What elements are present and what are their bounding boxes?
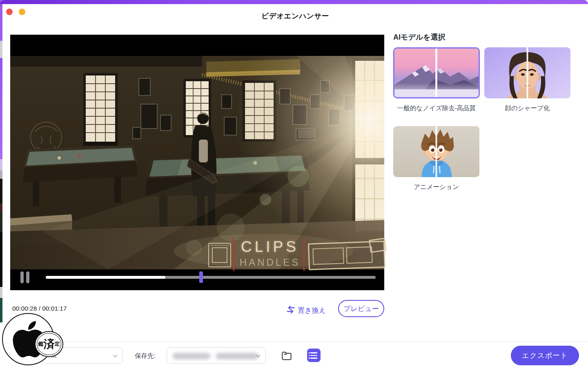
pause-button[interactable]	[20, 271, 30, 283]
resolution-dropdown[interactable]: 4k	[43, 347, 123, 364]
chevron-down-icon	[255, 353, 261, 361]
progress-bar-played	[46, 276, 165, 279]
video-preview[interactable]: CLIPS HANDLES	[10, 35, 384, 290]
chevron-down-icon	[112, 353, 118, 361]
ai-model-header: AIモデルを選択	[393, 32, 445, 42]
folder-icon	[281, 349, 293, 362]
model-label-denoise: 一般的なノイズ除去-高品質	[393, 104, 480, 113]
export-button[interactable]: エクスポート	[511, 346, 579, 365]
blurred-path-segment	[173, 353, 210, 359]
open-folder-button[interactable]	[281, 349, 293, 362]
progress-bar[interactable]	[46, 276, 376, 279]
model-label-animation: アニメーション	[393, 183, 479, 191]
replace-button[interactable]: 置き換え	[298, 306, 326, 315]
main-window: ビデオエンハンサー	[2, 4, 588, 371]
window-title: ビデオエンハンサー	[2, 11, 588, 21]
resolution-value: 4k	[49, 352, 56, 359]
task-list-button[interactable]	[307, 349, 321, 362]
model-card-denoise[interactable]	[393, 47, 480, 98]
app-window: ビデオエンハンサー	[0, 0, 588, 371]
footer-divider	[2, 341, 588, 342]
time-display: 00:00:28 / 00:01:17	[12, 305, 67, 312]
video-frame-pool-hall: CLIPS HANDLES	[10, 56, 384, 269]
save-destination-label: 保存先:	[135, 352, 156, 360]
model-card-animation[interactable]	[393, 126, 480, 177]
window-frame-top	[0, 0, 588, 4]
save-path-dropdown[interactable]	[167, 347, 266, 364]
model-label-face-sharpen: 顔のシャープ化	[484, 104, 570, 113]
model-card-face-sharpen[interactable]	[484, 47, 571, 98]
preview-button[interactable]: プレビュー	[338, 300, 384, 317]
blurred-path-segment	[216, 353, 258, 359]
progress-scrubber[interactable]	[199, 271, 203, 283]
swap-icon[interactable]	[286, 305, 296, 315]
